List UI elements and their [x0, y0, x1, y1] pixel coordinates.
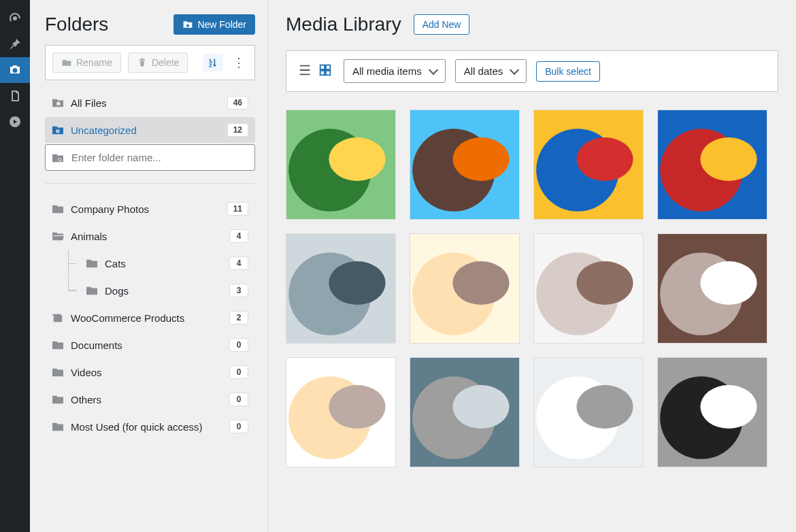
folder-count: 0 [229, 420, 248, 433]
thumbnail-image [534, 358, 643, 467]
folder-plus-icon [182, 19, 193, 30]
media-thumb-7[interactable] [533, 233, 644, 344]
media-thumb-4[interactable] [657, 110, 767, 220]
folder-label: Documents [71, 339, 222, 351]
media-thumb-10[interactable] [410, 357, 520, 467]
sort-az-button[interactable] [203, 54, 223, 71]
media-thumb-12[interactable] [657, 357, 767, 467]
folder-search-icon [52, 152, 64, 163]
folder-count: 11 [227, 202, 248, 216]
folder-icon [86, 285, 98, 296]
media-filter-bar: All media items All dates Bulk select [286, 50, 778, 92]
svg-point-24 [452, 261, 509, 305]
folder-icon [52, 394, 64, 405]
folder-label: Others [71, 394, 222, 405]
folder-company-photos[interactable]: Company Photos 11 [45, 196, 255, 222]
folder-count: 3 [229, 284, 248, 297]
new-folder-button[interactable]: New Folder [173, 14, 255, 35]
folder-count: 0 [229, 393, 248, 406]
media-thumb-6[interactable] [410, 233, 520, 344]
media-type-filter[interactable]: All media items [344, 59, 446, 83]
folders-panel: Folders New Folder Rename Delete ⋮ All F… [30, 0, 268, 532]
thumbnail-image [410, 358, 519, 467]
folder-count: 0 [229, 365, 248, 379]
media-grid [286, 110, 778, 467]
folder-icon [52, 421, 64, 432]
kebab-icon: ⋮ [233, 56, 245, 69]
folder-label: Most Used (for quick access) [71, 421, 222, 433]
media-thumb-9[interactable] [286, 357, 396, 467]
adminbar-play[interactable] [0, 109, 30, 135]
folder-label: Company Photos [71, 203, 220, 215]
play-icon [8, 115, 22, 129]
svg-point-15 [576, 137, 633, 181]
thumbnail-image [286, 110, 395, 219]
adminbar-dashboard[interactable] [0, 5, 30, 31]
more-menu-button[interactable]: ⋮ [230, 55, 248, 70]
folder-search-row [45, 144, 255, 171]
grid-view-button[interactable] [316, 61, 334, 81]
media-type-value: All media items [352, 65, 422, 77]
new-folder-label: New Folder [197, 19, 246, 30]
folder-tree: Company Photos 11 Animals 4 Cats 4 Dogs … [45, 196, 255, 439]
thumbnail-image [410, 234, 519, 343]
folder-all-files[interactable]: All Files 46 [45, 90, 255, 116]
thumbnail-image [658, 234, 767, 343]
folder-woocommerce[interactable]: WooCommerce Products 2 [45, 305, 255, 331]
media-thumb-11[interactable] [533, 357, 644, 467]
uncat-folder-icon [52, 124, 64, 135]
svg-rect-4 [326, 65, 330, 69]
folder-icon [52, 339, 64, 350]
divider [45, 183, 255, 184]
folder-uncategorized[interactable]: Uncategorized 12 [45, 117, 255, 143]
media-thumb-2[interactable] [410, 110, 520, 220]
media-thumb-8[interactable] [657, 233, 767, 344]
folder-label: Cats [105, 258, 222, 269]
delete-label: Delete [152, 57, 179, 68]
add-new-button[interactable]: Add New [414, 14, 470, 35]
media-thumb-5[interactable] [286, 233, 396, 344]
adminbar-media[interactable] [0, 57, 30, 83]
folder-videos[interactable]: Videos 0 [45, 359, 255, 385]
folder-icon [52, 203, 64, 214]
list-view-button[interactable] [296, 61, 314, 81]
grid-icon [318, 63, 333, 78]
folder-rename-icon [61, 57, 72, 68]
folder-open-icon [52, 231, 64, 242]
svg-point-36 [452, 385, 509, 429]
folder-count: 46 [227, 96, 248, 110]
thumbnail-image [534, 234, 643, 343]
folder-icon [52, 367, 64, 378]
folder-documents[interactable]: Documents 0 [45, 332, 255, 358]
media-date-filter[interactable]: All dates [455, 59, 527, 83]
view-toggle [296, 61, 334, 81]
folder-count: 0 [229, 338, 248, 352]
bulk-select-label: Bulk select [545, 66, 591, 77]
svg-point-42 [700, 385, 757, 429]
folder-animals[interactable]: Animals 4 [45, 223, 255, 249]
trash-icon [137, 57, 148, 68]
svg-point-12 [452, 137, 509, 181]
thumbnail-image [410, 110, 519, 219]
adminbar-pin[interactable] [0, 31, 30, 57]
media-thumb-3[interactable] [533, 110, 644, 220]
folder-label: Dogs [105, 285, 222, 297]
rename-button[interactable]: Rename [52, 52, 121, 73]
folder-most-used[interactable]: Most Used (for quick access) 0 [45, 414, 255, 439]
wp-admin-bar [0, 0, 30, 532]
svg-point-33 [329, 385, 385, 429]
thumbnail-image [286, 234, 395, 343]
delete-button[interactable]: Delete [128, 52, 188, 73]
media-thumb-1[interactable] [286, 110, 396, 220]
folder-count: 4 [229, 256, 248, 270]
folder-label: Uncategorized [71, 124, 220, 136]
home-folder-icon [52, 97, 64, 108]
fixed-folder-list: All Files 46 Uncategorized 12 [45, 90, 255, 171]
folder-name-input[interactable] [45, 144, 255, 171]
bulk-select-button[interactable]: Bulk select [536, 61, 600, 82]
folder-dogs[interactable]: Dogs 3 [45, 278, 255, 303]
folder-cats[interactable]: Cats 4 [45, 250, 255, 276]
folder-others[interactable]: Others 0 [45, 386, 255, 412]
folder-label: WooCommerce Products [71, 312, 222, 324]
adminbar-pages[interactable] [0, 83, 30, 109]
